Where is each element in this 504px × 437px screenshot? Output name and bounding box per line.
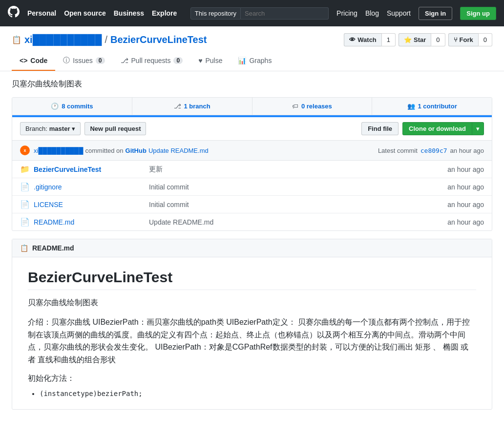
signup-button[interactable]: Sign up	[460, 7, 496, 20]
star-count: 0	[431, 33, 445, 46]
clone-download-button[interactable]: Clone or download	[402, 122, 472, 135]
commit-action: committed on	[85, 147, 124, 154]
readme-header: 📋 README.md	[12, 239, 492, 257]
file-list: 📁 BezierCurveLineTest 更新 an hour ago 📄 .…	[12, 161, 492, 230]
tag-icon: 🏷	[292, 103, 298, 110]
tab-pulse[interactable]: ♥ Pulse	[190, 51, 230, 71]
table-row: 📁 BezierCurveLineTest 更新 an hour ago	[12, 161, 492, 178]
table-row: 📄 README.md Update README.md an hour ago	[12, 213, 492, 230]
commit-sha[interactable]: ce809c7	[420, 147, 447, 154]
branch-icon: ⎇	[174, 103, 181, 110]
dropdown-icon: ▾	[72, 125, 75, 132]
star-button[interactable]: ⭐ Star	[399, 33, 431, 46]
branch-name: master	[49, 125, 70, 132]
readme-subtitle: 贝塞尔曲线绘制图表	[28, 298, 476, 308]
file-message: 更新	[141, 165, 447, 174]
repo-name[interactable]: BezierCurveLineTest	[110, 34, 207, 45]
readme-content: BezierCurveLineTest 贝塞尔曲线绘制图表 介绍：贝塞尔曲线 U…	[12, 257, 492, 409]
branch-label: Branch:	[25, 125, 47, 132]
eye-icon: 👁	[349, 36, 356, 43]
contributors-icon: 👥	[407, 103, 415, 110]
table-row: 📄 LICENSE Initial commit an hour ago	[12, 196, 492, 213]
pr-badge: 0	[173, 57, 183, 64]
readme-section: 📋 README.md BezierCurveLineTest 贝塞尔曲线绘制图…	[12, 239, 492, 410]
nav-personal[interactable]: Personal	[27, 9, 56, 17]
repo-owner[interactable]: xi██████████	[24, 34, 102, 45]
file-icon: 📄	[20, 182, 30, 191]
nav-explore[interactable]: Explore	[152, 9, 177, 17]
repo-icon: 📋	[12, 35, 21, 44]
clone-download-group: Clone or download ▾	[402, 122, 484, 135]
header-nav: Personal Open source Business Explore	[27, 9, 177, 17]
github-logo[interactable]	[8, 6, 20, 21]
file-icon: 📄	[20, 217, 30, 227]
commit-meta: Latest commit ce809c7 an hour ago	[378, 147, 484, 154]
table-row: 📄 .gitignore Initial commit an hour ago	[12, 178, 492, 196]
repo-separator: /	[105, 34, 107, 45]
avatar: x	[20, 146, 30, 155]
tab-pullrequests[interactable]: ⎇ Pull requests 0	[113, 51, 191, 71]
support-link[interactable]: Support	[387, 9, 411, 17]
stats-bar: 🕐 8 commits ⎇ 1 branch 🏷 0 releases 👥 1 …	[12, 97, 492, 231]
watch-button[interactable]: 👁 Watch	[344, 33, 381, 46]
clone-download-arrow[interactable]: ▾	[472, 122, 484, 135]
dir-icon: 📁	[20, 165, 30, 174]
commit-message[interactable]: Update README.md	[148, 147, 378, 154]
branch-selector[interactable]: Branch: master ▾	[20, 122, 81, 135]
commit-platform[interactable]: GitHub	[126, 147, 147, 154]
new-pull-request-button[interactable]: New pull request	[84, 122, 146, 135]
file-name[interactable]: .gitignore	[34, 183, 141, 191]
file-message: Initial commit	[141, 201, 447, 208]
tabs: <> Code ⓘ Issues 0 ⎇ Pull requests 0 ♥ P…	[12, 51, 492, 71]
graphs-icon: 📊	[238, 57, 246, 64]
latest-commit-row: x xi██████████ committed on GitHub Updat…	[12, 141, 492, 161]
file-time: an hour ago	[447, 218, 484, 226]
readme-init-label: 初始化方法：	[28, 374, 476, 384]
list-item: (instancetype)bezierPath;	[40, 390, 476, 397]
branches-stat[interactable]: ⎇ 1 branch	[132, 98, 252, 115]
file-time: an hour ago	[447, 201, 484, 208]
file-name[interactable]: README.md	[34, 218, 141, 226]
star-group: ⭐ Star 0	[399, 33, 445, 46]
fork-group: ⑂ Fork 0	[448, 33, 492, 46]
file-message: Update README.md	[141, 218, 447, 226]
commits-icon: 🕐	[51, 103, 59, 110]
releases-stat[interactable]: 🏷 0 releases	[252, 98, 373, 115]
nav-opensource[interactable]: Open source	[64, 9, 106, 17]
readme-icon: 📋	[20, 244, 28, 252]
contributors-stat[interactable]: 👥 1 contributor	[372, 98, 492, 115]
pr-icon: ⎇	[121, 57, 128, 64]
signin-button[interactable]: Sign in	[419, 7, 452, 20]
fork-count: 0	[478, 33, 492, 46]
file-time: an hour ago	[447, 183, 484, 191]
pricing-link[interactable]: Pricing	[336, 9, 357, 17]
file-time: an hour ago	[447, 166, 484, 173]
search-input[interactable]	[241, 7, 329, 20]
readme-body: 介绍：贝塞尔曲线 UIBezierPath：画贝塞尔曲线的path类 UIBez…	[28, 316, 476, 366]
tab-issues[interactable]: ⓘ Issues 0	[55, 51, 112, 71]
issues-badge: 0	[96, 57, 105, 64]
search-scope: This repository	[190, 7, 241, 20]
file-message: Initial commit	[141, 183, 447, 191]
fork-button[interactable]: ⑂ Fork	[448, 33, 478, 46]
commit-user[interactable]: xi██████████	[34, 147, 84, 154]
readme-title: BezierCurveLineTest	[28, 269, 476, 290]
code-icon: <>	[20, 57, 27, 64]
blog-link[interactable]: Blog	[365, 9, 379, 17]
header-search: This repository	[190, 7, 329, 20]
file-name[interactable]: LICENSE	[34, 201, 141, 208]
tab-graphs[interactable]: 📊 Graphs	[230, 51, 279, 71]
tab-code[interactable]: <> Code	[12, 51, 55, 71]
pulse-icon: ♥	[198, 57, 202, 64]
nav-business[interactable]: Business	[114, 9, 144, 17]
find-file-button[interactable]: Find file	[361, 122, 399, 135]
issues-icon: ⓘ	[63, 56, 70, 65]
readme-methods: (instancetype)bezierPath;	[28, 390, 476, 397]
watch-group: 👁 Watch 1	[344, 33, 396, 46]
star-icon: ⭐	[404, 36, 412, 43]
watch-count: 1	[381, 33, 396, 46]
file-icon: 📄	[20, 200, 30, 209]
commits-stat[interactable]: 🕐 8 commits	[12, 98, 132, 115]
file-name[interactable]: BezierCurveLineTest	[34, 166, 141, 173]
repo-description: 贝塞尔曲线绘制图表	[12, 79, 492, 89]
